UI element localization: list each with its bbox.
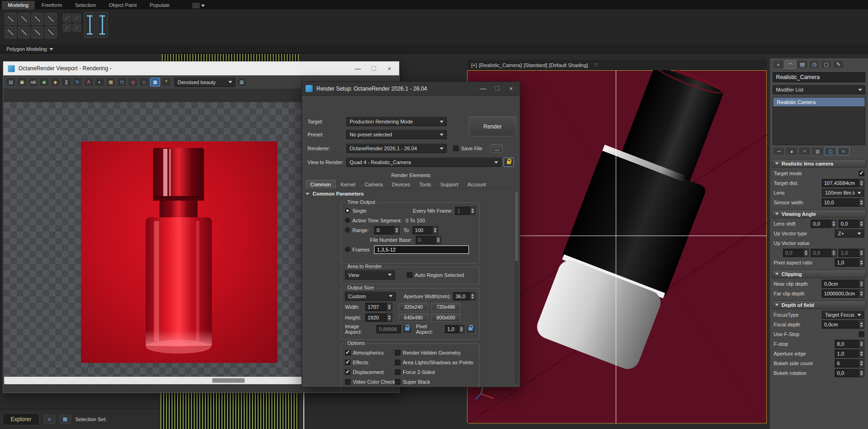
make-unique-icon[interactable]: ⌗ [799, 147, 811, 155]
fstop-spinner[interactable]: 8,0 [835, 340, 864, 348]
resolution-320x240-button[interactable]: 320x240 [399, 303, 428, 311]
spinner-arrows-icon[interactable] [859, 259, 864, 266]
up-vector-x-spinner[interactable]: 0,0 [783, 249, 809, 257]
autofocus-pick-icon[interactable]: A [84, 78, 93, 86]
spinner-arrows-icon[interactable] [859, 369, 864, 377]
octane-window-titlebar[interactable]: OctaneRender Viewport - Rendering - — ☐ … [3, 61, 399, 75]
render-elements-tab[interactable]: Render Elements [302, 172, 520, 178]
spinner-arrows-icon[interactable] [803, 249, 808, 257]
scrollbar-handle[interactable] [515, 192, 518, 261]
ribbon-tool-icon[interactable] [63, 24, 71, 32]
tab-object-paint[interactable]: Object Paint [103, 1, 143, 9]
range-to-spinner[interactable]: 100 [412, 226, 438, 234]
modify-panel-icon[interactable]: ◠ [785, 60, 796, 69]
viewport-menu-camera[interactable]: [Realistic_Camera] [479, 62, 523, 68]
pixel-aspect-spinner[interactable]: 1,0 [445, 325, 464, 333]
spinner-arrows-icon[interactable] [387, 314, 392, 321]
image-adjust-icon[interactable]: ▥ [237, 78, 246, 86]
dialog-scrollbar[interactable] [515, 191, 518, 384]
pixel-aspect-lock-button[interactable] [466, 325, 475, 334]
viewport-menu-standard[interactable]: [Standard] [523, 62, 548, 68]
single-radio[interactable] [345, 208, 350, 213]
spinner-arrows-icon[interactable] [394, 227, 399, 234]
focus-type-dropdown[interactable]: Target Focus [822, 311, 864, 319]
image-aspect-lock-button[interactable] [402, 325, 412, 334]
spinner-arrows-icon[interactable] [859, 179, 864, 187]
lens-shift-x-spinner[interactable]: 0,0 [811, 220, 837, 228]
auto-region-checkbox[interactable] [407, 272, 412, 278]
spinner-arrows-icon[interactable] [432, 227, 437, 234]
copy-clipboard-icon[interactable]: ▣ [17, 78, 27, 86]
lock-image-icon[interactable]: ◉ [39, 78, 49, 86]
tab-kernel[interactable]: Kernel [337, 180, 360, 189]
filter-icon[interactable]: ▽ [594, 62, 598, 67]
timeline-cursor[interactable] [303, 387, 304, 429]
hierarchy-panel-icon[interactable]: ▤ [797, 60, 808, 69]
ribbon-tool-icon[interactable] [73, 24, 81, 32]
ribbon-tall-tool-icon[interactable] [84, 12, 95, 38]
resolution-640x480-button[interactable]: 640x480 [399, 313, 428, 322]
stack-menu-icon[interactable]: ≡ [837, 147, 850, 155]
remove-modifier-icon[interactable]: ▥ [812, 147, 824, 155]
file-number-base-spinner[interactable]: 0 [416, 236, 441, 244]
output-preset-dropdown[interactable]: Custom [345, 292, 396, 301]
render-button[interactable]: Render [469, 116, 516, 136]
display-panel-icon[interactable]: ▢ [821, 60, 832, 69]
minimize-button[interactable]: — [476, 84, 490, 94]
modifier-stack[interactable]: Realistic Camera [773, 97, 865, 145]
spinner-arrows-icon[interactable] [470, 293, 475, 300]
viewport-menu-general[interactable]: [+] [471, 62, 478, 68]
realistic-lens-camera-rollout[interactable]: Realistic lens camera [772, 159, 866, 168]
show-end-result-icon[interactable]: ∎ [786, 147, 798, 155]
restart-render-icon[interactable]: ↻ [73, 78, 82, 86]
lens-shift-y-spinner[interactable]: 0,0 [838, 220, 864, 228]
view-lock-button[interactable] [504, 158, 514, 167]
aperture-edge-spinner[interactable]: 1,0 [835, 349, 864, 358]
tab-support[interactable]: Support [436, 180, 462, 189]
spinner-arrows-icon[interactable] [859, 360, 864, 367]
motion-panel-icon[interactable]: ◷ [809, 60, 820, 69]
spinner-arrows-icon[interactable] [859, 350, 864, 357]
up-vector-type-dropdown[interactable]: Z+ [835, 229, 864, 238]
modifier-list-dropdown[interactable]: Modifier List [773, 85, 865, 94]
width-spinner[interactable]: 1707 [365, 303, 392, 311]
far-clip-depth-spinner[interactable]: 1000000,0cm [822, 289, 864, 298]
ribbon-tall-tool-icon[interactable] [97, 12, 108, 38]
render-region-icon[interactable]: □ [117, 78, 127, 86]
scene-explorer-tab[interactable]: Explorer [3, 413, 39, 425]
viewing-angle-rollout[interactable]: Viewing Angle [772, 209, 866, 218]
explorer-dock-icon[interactable]: ≡ [44, 415, 55, 424]
timeline-ruler-top[interactable] [162, 54, 299, 61]
area-lights-checkbox[interactable] [395, 360, 400, 365]
image-aspect-value[interactable]: 0,88906 [376, 325, 401, 333]
viewport-sync-icon[interactable]: ▦ [150, 78, 160, 86]
explorer-grid-icon[interactable]: ▦ [60, 415, 71, 424]
ribbon-tool-icon[interactable] [31, 26, 43, 38]
object-name-field[interactable] [773, 72, 865, 82]
target-mode-checkbox[interactable] [859, 171, 864, 176]
ribbon-tool-icon[interactable] [5, 13, 17, 25]
scrollbar-handle[interactable] [212, 378, 245, 383]
tab-account[interactable]: Account [463, 180, 490, 189]
maximize-button[interactable]: ☐ [366, 63, 382, 74]
bokeh-rotation-spinner[interactable]: 0,0 [835, 369, 864, 377]
render-hidden-geometry-checkbox[interactable] [395, 350, 400, 355]
save-file-checkbox[interactable] [453, 146, 459, 151]
ribbon-config-button[interactable] [190, 2, 208, 9]
range-radio[interactable] [345, 227, 350, 233]
maximize-button[interactable]: ☐ [490, 84, 504, 94]
effects-checkbox[interactable] [345, 360, 351, 365]
pause-render-icon[interactable]: || [62, 78, 71, 86]
ab-compare-icon[interactable]: AB [28, 78, 38, 86]
target-dropdown[interactable]: Production Rendering Mode [346, 117, 447, 126]
spinner-arrows-icon[interactable] [859, 290, 864, 297]
ribbon-tool-icon[interactable] [31, 13, 43, 25]
spinner-arrows-icon[interactable] [859, 280, 864, 288]
renderer-dropdown[interactable]: OctaneRender 2026.1 - 26.04 [346, 144, 447, 153]
ribbon-tool-icon[interactable] [73, 14, 81, 22]
save-image-icon[interactable]: ▤ [6, 78, 16, 86]
every-nth-frame-spinner[interactable]: 1 [455, 207, 475, 215]
stack-item-realistic-camera[interactable]: Realistic Camera [773, 98, 865, 106]
render-setup-titlebar[interactable]: Render Setup: OctaneRender 2026.1 - 26.0… [302, 82, 520, 96]
tab-populate[interactable]: Populate [143, 1, 175, 9]
